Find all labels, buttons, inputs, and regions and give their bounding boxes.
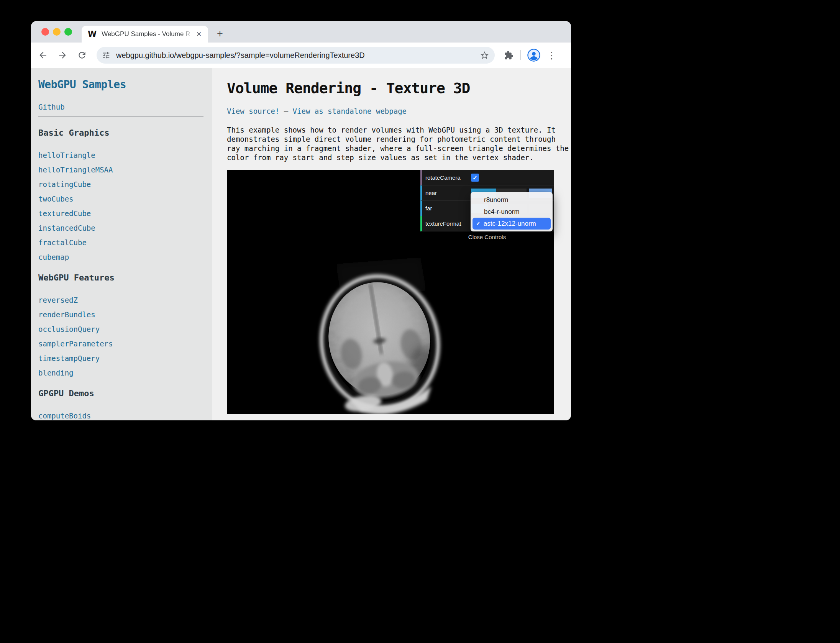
close-controls-button[interactable]: Close Controls bbox=[420, 231, 554, 243]
zoom-window-button[interactable] bbox=[64, 28, 72, 36]
gpgpu-demos-list: computeBoids bbox=[38, 411, 203, 420]
close-window-button[interactable] bbox=[41, 28, 49, 36]
profile-avatar[interactable] bbox=[527, 49, 540, 62]
page-title: Volume Rendering - Texture 3D bbox=[227, 80, 571, 97]
standalone-webpage-link[interactable]: View as standalone webpage bbox=[293, 107, 407, 115]
address-bar[interactable]: webgpu.github.io/webgpu-samples/?sample=… bbox=[97, 47, 495, 64]
dropdown-option-astc-12x12-unorm[interactable]: ✓ astc-12x12-unorm bbox=[472, 218, 551, 230]
samples-sidebar: WebGPU Samples Github Basic Graphics hel… bbox=[31, 68, 212, 420]
sidebar-item-fractalcube[interactable]: fractalCube bbox=[38, 238, 87, 247]
github-link[interactable]: Github bbox=[38, 103, 65, 111]
rotatecamera-label: rotateCamera bbox=[422, 174, 471, 181]
dropdown-option-r8unorm[interactable]: r8unorm bbox=[471, 194, 553, 206]
links-separator: — bbox=[279, 107, 292, 115]
sample-main: Volume Rendering - Texture 3D View sourc… bbox=[212, 68, 571, 420]
webgpu-canvas[interactable]: rotateCamera ✓ near far bbox=[227, 170, 554, 414]
section-heading-gpgpu-demos: GPGPU Demos bbox=[38, 389, 203, 398]
sidebar-item-texturedcube[interactable]: texturedCube bbox=[38, 209, 91, 218]
page-content: WebGPU Samples Github Basic Graphics hel… bbox=[31, 68, 571, 420]
sample-description: This example shows how to render volumes… bbox=[227, 125, 571, 162]
sidebar-item-cubemap[interactable]: cubemap bbox=[38, 253, 69, 261]
sidebar-item-reversedz[interactable]: reversedZ bbox=[38, 296, 78, 304]
browser-tab[interactable]: W WebGPU Samples - Volume R ✕ bbox=[82, 26, 208, 43]
near-label: near bbox=[422, 190, 471, 196]
sidebar-item-twocubes[interactable]: twoCubes bbox=[38, 195, 74, 203]
minimize-window-button[interactable] bbox=[53, 28, 61, 36]
site-settings-icon[interactable] bbox=[102, 51, 110, 59]
textureformat-dropdown: r8unorm bc4-r-unorm ✓ astc-12x12-unorm bbox=[471, 192, 553, 231]
sidebar-item-samplerparameters[interactable]: samplerParameters bbox=[38, 340, 113, 348]
desktop: W WebGPU Samples - Volume R ✕ + webgpu.g… bbox=[0, 0, 840, 643]
sidebar-item-renderbundles[interactable]: renderBundles bbox=[38, 310, 95, 319]
bookmark-star-icon[interactable] bbox=[480, 51, 489, 60]
sidebar-item-occlusionquery[interactable]: occlusionQuery bbox=[38, 325, 100, 333]
sidebar-item-blending[interactable]: blending bbox=[38, 369, 74, 377]
sample-links-row: View source! — View as standalone webpag… bbox=[227, 107, 571, 115]
url-text[interactable]: webgpu.github.io/webgpu-samples/?sample=… bbox=[116, 51, 480, 60]
section-heading-webgpu-features: WebGPU Features bbox=[38, 273, 203, 282]
forward-icon[interactable] bbox=[57, 50, 67, 60]
window-controls bbox=[41, 28, 72, 36]
basic-graphics-list: helloTriangle helloTriangleMSAA rotating… bbox=[38, 151, 203, 262]
view-source-link[interactable]: View source! bbox=[227, 107, 279, 115]
textureformat-label: textureFormat bbox=[422, 220, 471, 227]
reload-icon[interactable] bbox=[77, 50, 87, 60]
toolbar-separator bbox=[520, 50, 521, 60]
checkmark-icon: ✓ bbox=[476, 218, 481, 230]
sidebar-item-hellotrianglemsaa[interactable]: helloTriangleMSAA bbox=[38, 166, 113, 174]
browser-toolbar: webgpu.github.io/webgpu-samples/?sample=… bbox=[31, 43, 571, 68]
browser-menu-icon[interactable]: ⋮ bbox=[547, 51, 556, 60]
extensions-icon[interactable] bbox=[504, 51, 514, 60]
far-label: far bbox=[422, 205, 471, 212]
webgpu-features-list: reversedZ renderBundles occlusionQuery s… bbox=[38, 295, 203, 377]
sidebar-title: WebGPU Samples bbox=[38, 78, 203, 91]
sidebar-divider bbox=[38, 116, 203, 117]
browser-window: W WebGPU Samples - Volume R ✕ + webgpu.g… bbox=[31, 21, 571, 420]
rotate-camera-checkbox[interactable]: ✓ bbox=[471, 174, 479, 182]
sidebar-item-hellotriangle[interactable]: helloTriangle bbox=[38, 151, 95, 159]
gui-row-rotatecamera: rotateCamera ✓ bbox=[420, 170, 554, 185]
tab-close-icon[interactable]: ✕ bbox=[194, 30, 203, 39]
sidebar-item-computeboids[interactable]: computeBoids bbox=[38, 412, 91, 420]
webgpu-favicon-icon: W bbox=[88, 30, 97, 39]
dropdown-selected-label: astc-12x12-unorm bbox=[484, 218, 536, 230]
dropdown-option-bc4-r-unorm[interactable]: bc4-r-unorm bbox=[471, 206, 553, 218]
new-tab-button[interactable]: + bbox=[214, 28, 226, 39]
tab-title: WebGPU Samples - Volume R bbox=[102, 30, 194, 38]
section-heading-basic-graphics: Basic Graphics bbox=[38, 128, 203, 138]
back-icon[interactable] bbox=[38, 50, 48, 60]
tab-strip: W WebGPU Samples - Volume R ✕ + bbox=[31, 21, 571, 43]
sidebar-item-timestampquery[interactable]: timestampQuery bbox=[38, 354, 100, 363]
sidebar-item-instancedcube[interactable]: instancedCube bbox=[38, 224, 95, 232]
sidebar-item-rotatingcube[interactable]: rotatingCube bbox=[38, 180, 91, 189]
